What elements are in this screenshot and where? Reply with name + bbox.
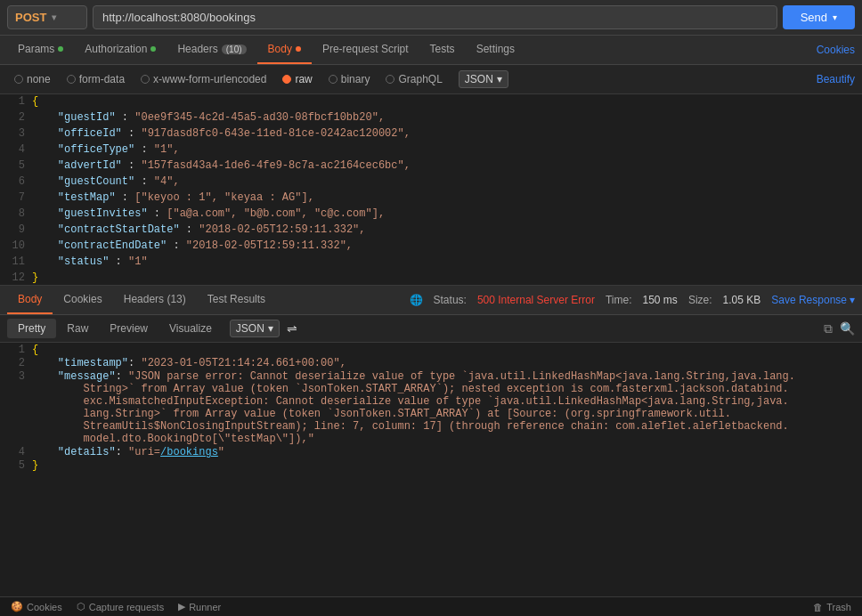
body-type-bar: none form-data x-www-form-urlencoded raw… — [0, 65, 862, 94]
resp-tab-headers[interactable]: Headers (13) — [113, 286, 197, 314]
status-bar-cookies[interactable]: 🍪 Cookies — [11, 601, 62, 612]
request-body-editor[interactable]: 1{2 "guestId" : "0ee9f345-4c2d-45a5-ad30… — [0, 94, 862, 286]
body-type-graphql[interactable]: GraphQL — [378, 70, 449, 88]
line-content: "guestId" : "0ee9f345-4c2d-45a5-ad30-08f… — [32, 110, 862, 126]
line-number: 8 — [0, 207, 32, 223]
line-number: 2 — [0, 356, 32, 369]
settings-label: Settings — [476, 43, 515, 55]
line-number: 1 — [0, 343, 32, 356]
line-content: "advertId" : "157fasd43a4-1de6-4fe9-8c7a… — [32, 158, 862, 174]
resp-view-preview[interactable]: Preview — [99, 319, 159, 338]
response-line: 3 "message": "JSON parse error: Cannot d… — [0, 369, 862, 445]
search-icon[interactable]: 🔍 — [840, 321, 855, 336]
preview-label: Preview — [110, 322, 148, 335]
size-value: 1.05 KB — [723, 294, 761, 306]
tab-tests[interactable]: Tests — [419, 36, 466, 64]
line-content: "guestCount" : "4", — [32, 174, 862, 190]
method-chevron-icon: ▾ — [52, 12, 56, 22]
resp-cookies-label: Cookies — [63, 293, 102, 305]
tab-pre-request[interactable]: Pre-request Script — [312, 36, 419, 64]
request-line: 9 "contractStartDate" : "2018-02-05T12:5… — [0, 223, 862, 239]
resp-view-raw[interactable]: Raw — [56, 319, 99, 338]
response-view-bar: Pretty Raw Preview Visualize JSON ▾ ⇌ ⧉ … — [0, 315, 862, 343]
top-bar: POST ▾ Send ▾ — [0, 0, 862, 36]
body-type-urlencoded[interactable]: x-www-form-urlencoded — [134, 70, 273, 88]
resp-line-content: { — [32, 343, 862, 356]
json-format-select[interactable]: JSON ▾ — [459, 70, 508, 88]
raw-view-label: Raw — [67, 322, 88, 335]
request-line: 7 "testMap" : ["keyoo : 1", "keyaa : AG"… — [0, 190, 862, 207]
status-bar-capture[interactable]: ⬡ Capture requests — [77, 601, 164, 612]
filter-icon[interactable]: ⇌ — [287, 321, 297, 336]
save-response-button[interactable]: Save Response ▾ — [771, 294, 855, 306]
url-input[interactable] — [93, 5, 777, 29]
line-content: { — [32, 94, 862, 110]
graphql-radio — [386, 75, 394, 84]
resp-line-content: } — [32, 458, 862, 472]
tab-authorization[interactable]: Authorization — [74, 36, 167, 64]
cookies-button[interactable]: Cookies — [817, 44, 855, 56]
line-number: 1 — [0, 94, 32, 110]
method-select[interactable]: POST ▾ — [7, 5, 87, 29]
none-label: none — [27, 73, 51, 85]
line-number: 11 — [0, 255, 32, 271]
authorization-dot — [150, 46, 156, 52]
visualize-label: Visualize — [169, 322, 212, 335]
body-type-form-data[interactable]: form-data — [60, 70, 132, 88]
line-content: "status" : "1" — [32, 255, 862, 271]
tests-label: Tests — [430, 43, 455, 55]
tab-settings[interactable]: Settings — [466, 36, 525, 64]
line-content: } — [32, 271, 862, 286]
resp-body-label: Body — [18, 293, 42, 305]
response-status-info: 🌐 Status: 500 Internal Server Error Time… — [410, 294, 855, 306]
status-bar-trash[interactable]: 🗑 Trash — [813, 602, 851, 612]
binary-radio — [329, 75, 337, 84]
request-line: 2 "guestId" : "0ee9f345-4c2d-45a5-ad30-0… — [0, 110, 862, 126]
send-chevron-icon: ▾ — [833, 12, 837, 22]
beautify-button[interactable]: Beautify — [817, 73, 855, 85]
line-content: "officeType" : "1", — [32, 142, 862, 158]
headers-count: (10) — [222, 45, 247, 54]
pretty-label: Pretty — [18, 322, 45, 335]
response-line: 1{ — [0, 343, 862, 356]
tab-body[interactable]: Body — [257, 36, 312, 64]
resp-view-visualize[interactable]: Visualize — [159, 319, 223, 338]
body-type-raw[interactable]: raw — [275, 70, 319, 88]
resp-tab-body[interactable]: Body — [7, 286, 53, 314]
request-line: 3 "officeId" : "917dasd8fc0-643e-11ed-81… — [0, 126, 862, 142]
json-format-label: JSON — [465, 73, 493, 85]
resp-tab-cookies[interactable]: Cookies — [53, 286, 112, 314]
send-button[interactable]: Send ▾ — [783, 5, 855, 29]
request-line: 4 "officeType" : "1", — [0, 142, 862, 158]
body-type-binary[interactable]: binary — [321, 70, 378, 88]
line-content: "officeId" : "917dasd8fc0-643e-11ed-81ce… — [32, 126, 862, 142]
raw-label: raw — [295, 73, 312, 85]
resp-tab-test-results[interactable]: Test Results — [197, 286, 276, 314]
request-tabs: Params Authorization Headers (10) Body P… — [0, 36, 862, 65]
line-number: 12 — [0, 271, 32, 286]
copy-icon[interactable]: ⧉ — [824, 321, 833, 336]
graphql-label: GraphQL — [398, 73, 442, 85]
tab-params[interactable]: Params — [7, 36, 74, 64]
body-type-none[interactable]: none — [7, 70, 58, 88]
body-label: Body — [268, 43, 292, 55]
line-content: "testMap" : ["keyoo : 1", "keyaa : AG"], — [32, 190, 862, 207]
resp-view-pretty[interactable]: Pretty — [7, 319, 56, 338]
resp-line-content: "details": "uri=/bookings" — [32, 445, 862, 458]
status-bar-runner[interactable]: ▶ Runner — [178, 601, 221, 612]
bookings-link[interactable]: /bookings — [160, 446, 218, 458]
save-response-chevron-icon: ▾ — [850, 294, 855, 306]
globe-icon: 🌐 — [410, 294, 423, 306]
request-line: 1{ — [0, 94, 862, 110]
request-line: 11 "status" : "1" — [0, 255, 862, 271]
line-number: 10 — [0, 239, 32, 255]
request-line: 8 "guestInvites" : ["a@a.com", "b@b.com"… — [0, 207, 862, 223]
form-data-label: form-data — [79, 73, 125, 85]
request-line: 6 "guestCount" : "4", — [0, 174, 862, 190]
resp-line-content: "message": "JSON parse error: Cannot des… — [32, 369, 862, 445]
runner-icon: ▶ — [178, 601, 185, 612]
line-number: 4 — [0, 142, 32, 158]
tab-headers[interactable]: Headers (10) — [167, 36, 256, 64]
headers-label: Headers — [177, 43, 217, 55]
resp-json-select[interactable]: JSON ▾ — [230, 320, 280, 337]
